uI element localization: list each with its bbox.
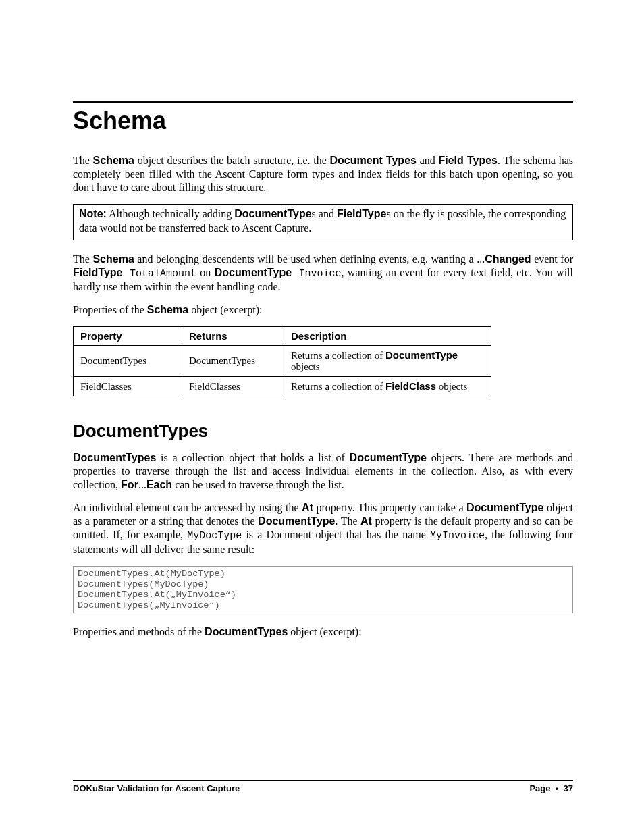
- term-at: At: [360, 515, 372, 527]
- term-each: Each: [146, 479, 172, 490]
- text: Properties of the: [73, 304, 147, 315]
- term-schema: Schema: [92, 253, 134, 265]
- footer-left: DOKuStar Validation for Ascent Capture: [73, 783, 240, 793]
- heading-schema: Schema: [73, 107, 573, 135]
- bullet-icon: •: [556, 783, 559, 793]
- text: An individual element can be accessed by…: [73, 502, 302, 513]
- cell-description: Returns a collection of FieldClass objec…: [284, 377, 491, 396]
- text: objects: [436, 381, 467, 392]
- code-invoice: Invoice: [292, 268, 341, 280]
- text: objects: [291, 361, 320, 372]
- text: . The: [335, 515, 360, 527]
- cell-property: DocumentTypes: [74, 346, 182, 377]
- cell-property: FieldClasses: [74, 377, 182, 396]
- text: and: [417, 155, 439, 166]
- term-schema: Schema: [93, 155, 134, 166]
- text: ...: [138, 479, 146, 490]
- term-documenttypes: DocumentTypes: [73, 452, 156, 463]
- term-fieldtype: FieldType: [337, 208, 387, 219]
- term-at: At: [302, 502, 313, 513]
- text: is a collection object that holds a list…: [156, 452, 349, 463]
- term-documenttype: DocumentType: [350, 452, 427, 463]
- term-changed: Changed: [485, 253, 531, 265]
- term-documenttypes: DocumentTypes: [205, 626, 288, 637]
- term-fieldclass: FieldClass: [385, 380, 436, 392]
- text: is a Document object that has the name: [242, 529, 430, 540]
- paragraph-doctypes-intro: DocumentTypes is a collection object tha…: [73, 451, 573, 492]
- th-description: Description: [284, 327, 491, 346]
- heading-documenttypes: DocumentTypes: [73, 421, 573, 442]
- code-mydoctype: MyDocType: [187, 530, 242, 542]
- code-totalamount: TotalAmount: [123, 268, 196, 280]
- table-row: FieldClasses FieldClasses Returns a coll…: [74, 377, 491, 396]
- text: s and: [312, 208, 337, 219]
- term-document-types: Document Types: [330, 155, 417, 166]
- text: event for: [531, 253, 573, 265]
- table-header-row: Property Returns Description: [74, 327, 491, 346]
- text: can be used to traverse through the list…: [172, 479, 344, 490]
- paragraph-intro: The Schema object describes the batch st…: [73, 154, 573, 194]
- text: The: [73, 253, 92, 265]
- note-text: Note: Although technically adding Docume…: [79, 207, 567, 236]
- footer-page-number: 37: [564, 783, 573, 793]
- text: property. This property can take a: [313, 502, 466, 513]
- term-for: For: [121, 479, 138, 490]
- page: Schema The Schema object describes the b…: [0, 0, 644, 834]
- text: The: [73, 155, 93, 166]
- term-fieldtype: FieldType: [73, 267, 123, 278]
- th-property: Property: [74, 327, 182, 346]
- term-field-types: Field Types: [438, 155, 498, 166]
- note-label: Note:: [79, 208, 107, 219]
- schema-properties-table: Property Returns Description DocumentTyp…: [73, 326, 491, 396]
- footer-rule: [73, 780, 573, 781]
- th-returns: Returns: [182, 327, 284, 346]
- paragraph-usage: The Schema and belonging descendents wil…: [73, 253, 573, 294]
- code-myinvoice: MyInvoice: [430, 530, 485, 542]
- text: object (excerpt):: [188, 304, 262, 315]
- text: Although technically adding: [107, 208, 234, 219]
- footer-row: DOKuStar Validation for Ascent Capture P…: [73, 783, 573, 793]
- cell-returns: FieldClasses: [182, 377, 284, 396]
- text: on: [196, 267, 215, 278]
- paragraph-props-intro: Properties of the Schema object (excerpt…: [73, 303, 573, 317]
- note-box: Note: Although technically adding Docume…: [73, 204, 573, 240]
- title-rule: [73, 101, 573, 103]
- page-footer: DOKuStar Validation for Ascent Capture P…: [73, 780, 573, 793]
- text: Properties and methods of the: [73, 626, 205, 637]
- term-documenttype: DocumentType: [234, 208, 311, 219]
- term-documenttype: DocumentType: [258, 515, 335, 527]
- term-schema: Schema: [147, 304, 188, 315]
- code-example: DocumentTypes.At(MyDocType) DocumentType…: [73, 566, 573, 613]
- cell-returns: DocumentTypes: [182, 346, 284, 377]
- text: Returns a collection of: [291, 381, 385, 392]
- term-documenttype: DocumentType: [385, 349, 458, 361]
- footer-right: Page • 37: [529, 783, 573, 793]
- paragraph-doctypes-props-intro: Properties and methods of the DocumentTy…: [73, 625, 573, 639]
- text: object describes the batch structure, i.…: [134, 155, 330, 166]
- text: object (excerpt):: [288, 626, 361, 637]
- term-documenttype: DocumentType: [466, 502, 543, 513]
- text: and belonging descendents will be used w…: [134, 253, 485, 265]
- footer-page-label: Page: [529, 783, 550, 793]
- term-documenttype: DocumentType: [215, 267, 292, 278]
- paragraph-at-property: An individual element can be accessed by…: [73, 501, 573, 556]
- text: Returns a collection of: [291, 350, 385, 361]
- table-row: DocumentTypes DocumentTypes Returns a co…: [74, 346, 491, 377]
- cell-description: Returns a collection of DocumentType obj…: [284, 346, 491, 377]
